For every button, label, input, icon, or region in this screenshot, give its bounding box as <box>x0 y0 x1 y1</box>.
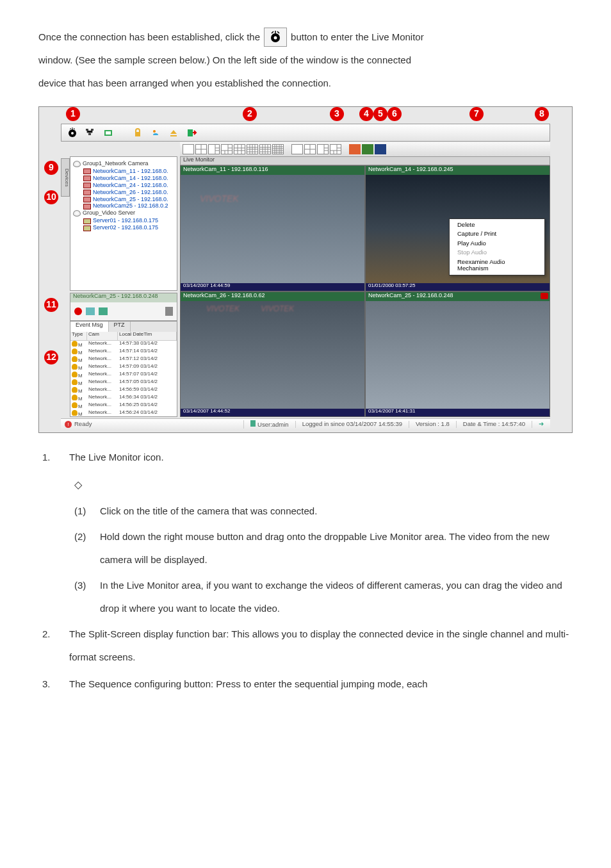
callout-4: 4 <box>359 107 373 121</box>
menu-stop-audio: Stop Audio <box>450 248 544 257</box>
tree-item[interactable]: Server01 - 192.168.0.175 <box>83 218 174 224</box>
lock-button[interactable] <box>131 126 145 139</box>
cell-timestamp: 03/14/2007 14:44:59 <box>181 283 364 291</box>
callout-6: 6 <box>387 107 402 121</box>
status-version: Version : 1.8 <box>409 421 456 427</box>
menu-delete[interactable]: Delete <box>450 220 544 229</box>
svg-rect-8 <box>106 131 111 135</box>
tree-item[interactable]: NetworkCam_24 - 192.168.0. <box>83 183 174 189</box>
callout-3: 3 <box>330 107 344 121</box>
live-monitor-area: Live Monitor NetworkCam_11 - 192.168.0.1… <box>180 156 550 417</box>
fullscreen-button[interactable] <box>362 144 373 154</box>
camera-icon <box>83 183 91 188</box>
camera-icon <box>83 190 91 195</box>
list-text-2: The Split-Screen display function bar: T… <box>69 623 573 669</box>
event-row[interactable]: MNetwork...14:57:07 03/14/2 <box>70 372 177 379</box>
tree-item[interactable]: NetworkCam_14 - 192.168.0. <box>83 176 174 182</box>
live-monitor-icon <box>264 28 287 47</box>
layout-1x1[interactable] <box>183 144 194 154</box>
tree-group-2[interactable]: Group_Video Server <box>73 210 174 217</box>
seq-1+5[interactable] <box>330 144 341 154</box>
seq-1[interactable] <box>291 144 303 154</box>
event-row[interactable]: MNetwork...14:57:14 03/14/2 <box>70 348 177 356</box>
layout-3x3[interactable] <box>234 144 245 154</box>
menu-reexamine-audio[interactable]: Reexamine Audio Mechanism <box>450 258 544 274</box>
server-icon <box>83 225 91 231</box>
camera-icon <box>83 204 91 209</box>
event-row[interactable]: MNetwork...14:57:09 03/14/2 <box>70 364 177 372</box>
tree-item[interactable]: NetworkCam_25 - 192.168.0. <box>83 197 174 203</box>
event-row[interactable]: MNetwork...14:57:38 03/14/2 <box>70 341 177 348</box>
record-button[interactable] <box>74 307 82 315</box>
event-row[interactable]: MNetwork...14:56:34 03/14/2 <box>70 395 177 402</box>
seq-1+3[interactable] <box>317 144 329 154</box>
tab-ptz[interactable]: PTZ <box>109 322 131 332</box>
app-screenshot: 1 2 3 4 5 6 7 8 9 10 11 12 Devices <box>38 106 573 433</box>
cell-timestamp: 03/14/2007 14:44:52 <box>181 409 364 416</box>
svg-rect-9 <box>135 132 140 136</box>
trash-button[interactable] <box>165 307 173 316</box>
layout-2x2[interactable] <box>195 144 207 154</box>
layout-bar <box>180 142 550 156</box>
status-bar: !Ready User:admin Logged in since 03/14/… <box>61 418 550 430</box>
device-tree: Group1_Network Camera NetworkCam_11 - 19… <box>70 156 177 291</box>
cell-timestamp: 01/01/2000 03:57:25 <box>366 283 550 291</box>
event-row[interactable]: MNetwork...14:57:12 03/14/2 <box>70 356 177 364</box>
event-header: Type Cam Local DateTim <box>70 332 177 341</box>
callout-12: 12 <box>44 350 58 364</box>
monitor-cell[interactable]: NetworkCam_26 - 192.168.0.62 VIVOTEK VIV… <box>180 291 365 418</box>
tab-event-msg[interactable]: Event Msg <box>70 322 109 332</box>
status-logged: Logged in since 03/14/2007 14:55:39 <box>295 421 409 427</box>
server-icon <box>83 218 91 224</box>
callout-1: 1 <box>66 107 80 121</box>
event-row[interactable]: MNetwork...14:56:25 03/14/2 <box>70 402 177 410</box>
devices-tab[interactable]: Devices <box>61 158 70 197</box>
menu-play-audio[interactable]: Play Audio <box>450 239 544 248</box>
svg-rect-11 <box>170 135 177 136</box>
tree-item[interactable]: Server02 - 192.168.0.175 <box>83 225 174 231</box>
status-ready: Ready <box>74 421 92 427</box>
layout-1+3[interactable] <box>208 144 220 154</box>
intro-text-1a: Once the connection has been established… <box>38 26 260 49</box>
live-monitor-button[interactable] <box>65 126 79 139</box>
main-toolbar <box>61 124 550 142</box>
eject-button[interactable] <box>167 126 181 139</box>
monitor-cell[interactable]: NetworkCam_11 - 192.168.0.116 VIVOTEK 03… <box>180 165 365 291</box>
layout-5x5[interactable] <box>272 144 284 154</box>
list-num-1: 1. <box>42 446 54 469</box>
pop-button[interactable] <box>349 144 361 154</box>
intro-text-2: window. (See the sample screen below.) O… <box>38 49 573 72</box>
layout-1+12[interactable] <box>247 144 258 154</box>
device-tree-button[interactable] <box>83 126 97 139</box>
tree-group-1[interactable]: Group1_Network Camera <box>73 161 174 167</box>
ptz-header: NetworkCam_25 - 192.168.0.248 <box>70 293 177 302</box>
layout-1+5[interactable] <box>221 144 232 154</box>
layout-4x4[interactable] <box>259 144 271 154</box>
settings-button[interactable] <box>149 126 163 139</box>
svg-rect-5 <box>91 129 94 131</box>
sub-text-1: Click on the title of the camera that wa… <box>100 500 573 523</box>
camera-icon <box>83 168 91 174</box>
user-icon <box>250 420 256 427</box>
list-text-1: The Live Monitor icon. <box>69 446 573 469</box>
event-row[interactable]: MNetwork...14:56:24 03/14/2 <box>70 410 177 417</box>
playback-button[interactable] <box>101 126 115 139</box>
seq-2x2[interactable] <box>304 144 316 154</box>
event-row[interactable]: MNetwork...14:57:05 03/14/2 <box>70 379 177 387</box>
monitor-cell[interactable]: NetworkCam_25 - 192.168.0.248 03/14/2007… <box>365 291 550 418</box>
callout-9: 9 <box>44 161 58 175</box>
error-icon: ! <box>65 421 72 428</box>
callout-5: 5 <box>373 107 387 121</box>
capture-button[interactable] <box>99 307 108 315</box>
event-row[interactable]: MNetwork...14:56:59 03/14/2 <box>70 387 177 395</box>
cycle-button[interactable] <box>375 144 386 154</box>
audio-button[interactable] <box>86 307 95 315</box>
tree-item[interactable]: NetworkCam_26 - 192.168.0. <box>83 190 174 196</box>
menu-capture-print[interactable]: Capture / Print <box>450 229 544 238</box>
svg-point-1 <box>274 37 277 40</box>
exit-button[interactable] <box>184 126 199 139</box>
tree-item[interactable]: NetworkCam25 - 192.168.0.2 <box>83 203 174 209</box>
status-arrow-icon: ➜ <box>532 421 550 427</box>
tree-item[interactable]: NetworkCam_11 - 192.168.0. <box>83 168 174 175</box>
monitor-title: Live Monitor <box>180 156 550 165</box>
